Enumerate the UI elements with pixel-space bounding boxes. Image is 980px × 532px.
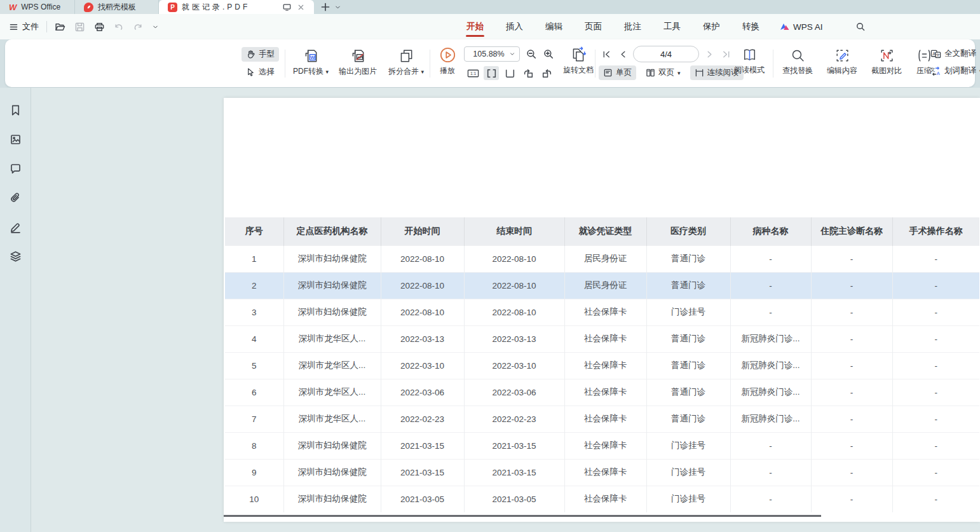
undo-redo-chevron-icon[interactable]: [152, 24, 159, 31]
split-merge-button[interactable]: 拆分合并 ▾: [384, 48, 428, 77]
table-cell: 5: [225, 352, 283, 379]
table-cell: 新冠肺炎门诊...: [730, 325, 811, 352]
print-icon[interactable]: [94, 22, 105, 32]
tab-page[interactable]: 页面: [583, 14, 604, 39]
split-merge-icon: [398, 48, 414, 64]
select-tool-label: 选择: [259, 67, 275, 78]
close-tab-icon[interactable]: [297, 3, 305, 11]
hand-tool-button[interactable]: 手型: [242, 47, 279, 62]
pdf-view-area[interactable]: 序号 定点医药机构名称 开始时间 结束时间 就诊凭证类型 医疗类别 病种名称 住…: [31, 88, 980, 532]
signature-panel-button[interactable]: [7, 219, 24, 235]
cursor-icon: [246, 67, 255, 77]
undo-icon[interactable]: [114, 22, 124, 32]
embedded-horizontal-scrollbar[interactable]: [224, 515, 821, 517]
tab-wps-ai[interactable]: WPS AI: [780, 14, 823, 39]
fit-width-button[interactable]: [484, 66, 499, 80]
table-cell: -: [892, 459, 979, 486]
file-menu-button[interactable]: 文件: [9, 21, 39, 32]
tab-docer-templates[interactable]: 找稻壳模板: [75, 0, 159, 14]
new-tab-button[interactable]: [320, 2, 330, 12]
table-cell: 7: [225, 406, 283, 432]
table-cell: 普通门诊: [646, 325, 730, 352]
next-page-button[interactable]: [703, 47, 716, 61]
zoom-in-button[interactable]: [543, 48, 554, 60]
menu-search-icon[interactable]: [855, 14, 866, 39]
full-translate-button[interactable]: A 文 全文翻译: [928, 48, 980, 60]
screenshot-compare-button[interactable]: 截图对比: [867, 48, 906, 76]
divider: [773, 50, 773, 78]
table-row: 7深圳市龙华区人...2022-02-232022-02-23社会保障卡普通门诊…: [225, 406, 979, 432]
bookmarks-panel-button[interactable]: [7, 102, 24, 118]
table-cell: -: [892, 352, 979, 379]
find-replace-button[interactable]: 查找替换: [778, 48, 817, 76]
tab-document[interactable]: P 就医记录.PDF: [159, 0, 314, 14]
attachments-panel-button[interactable]: [7, 189, 24, 206]
word-translate-label: 划词翻译: [944, 65, 976, 76]
table-row: 3深圳市妇幼保健院2022-08-102022-08-10社会保障卡门诊挂号--…: [225, 299, 979, 325]
pdf-convert-button[interactable]: W PDF转换 ▾: [290, 48, 332, 77]
tab-wps-home[interactable]: W WPS Office: [0, 0, 75, 14]
table-cell: -: [730, 299, 811, 325]
tab-comment[interactable]: 批注: [622, 14, 643, 39]
open-file-icon[interactable]: [55, 22, 65, 32]
table-cell: -: [811, 432, 892, 459]
table-cell: 社会保障卡: [564, 352, 646, 379]
word-translate-button[interactable]: 文 A 划词翻译 ▾: [928, 65, 980, 77]
rotate-right-button[interactable]: [539, 66, 554, 80]
first-page-button[interactable]: [600, 47, 613, 61]
save-icon[interactable]: [74, 22, 85, 32]
zoom-level-value: 105.88%: [472, 50, 505, 58]
rotate-document-button[interactable]: 旋转文档: [561, 46, 596, 76]
tab-convert[interactable]: 转换: [740, 14, 761, 39]
table-cell: 10: [225, 486, 283, 512]
wps-ai-label: WPS AI: [793, 22, 823, 32]
tab-protect[interactable]: 保护: [701, 14, 722, 39]
table-cell: 2022-08-10: [381, 245, 464, 272]
table-row: 1深圳市妇幼保健院2022-08-102022-08-10居民身份证普通门诊--…: [225, 245, 979, 272]
screen-share-icon[interactable]: [282, 3, 292, 11]
menu-bar: 文件: [0, 14, 980, 39]
table-cell: 2021-03-05: [464, 486, 564, 512]
play-button[interactable]: 播放: [435, 46, 460, 76]
tab-list-chevron-icon[interactable]: [334, 4, 341, 11]
table-cell: 2022-03-06: [464, 379, 564, 406]
table-cell: 新冠肺炎门诊...: [730, 352, 811, 379]
table-cell: 普通门诊: [646, 379, 730, 406]
single-page-button[interactable]: 单页: [599, 65, 636, 80]
edit-content-button[interactable]: 编辑内容: [822, 48, 862, 76]
thumbnails-panel-button[interactable]: [7, 131, 24, 147]
previous-page-button[interactable]: [616, 47, 629, 61]
double-page-button[interactable]: 双页 ▾: [641, 65, 685, 80]
zoom-level-dropdown[interactable]: 105.88%: [464, 46, 520, 62]
export-image-icon: [350, 48, 366, 64]
tab-insert[interactable]: 插入: [504, 14, 525, 39]
redo-icon[interactable]: [133, 22, 143, 32]
hamburger-icon: [9, 22, 18, 32]
fit-page-button[interactable]: [502, 66, 517, 80]
comments-panel-button[interactable]: [7, 160, 24, 177]
tab-document-label: 就医记录.PDF: [182, 2, 278, 13]
actual-size-button[interactable]: 1:1: [465, 66, 480, 80]
table-cell: 2022-03-13: [464, 325, 564, 352]
zoom-out-button[interactable]: [526, 48, 537, 60]
tab-edit[interactable]: 编辑: [543, 14, 564, 39]
read-mode-button[interactable]: 阅读模式: [731, 47, 768, 76]
table-cell: 深圳市妇幼保健院: [283, 459, 381, 486]
export-image-button[interactable]: 输出为图片: [334, 48, 381, 77]
layers-panel-button[interactable]: [7, 248, 24, 264]
column-header: 手术操作名称: [892, 217, 979, 245]
rotate-left-button[interactable]: [521, 66, 536, 80]
last-page-button[interactable]: [719, 47, 732, 61]
svg-text:A: A: [937, 70, 941, 76]
page-number-input[interactable]: [633, 46, 699, 62]
tab-tools[interactable]: 工具: [662, 14, 683, 39]
wps-pdf-window: W WPS Office 找稻壳模板 P 就医记录.PDF: [0, 0, 980, 532]
hand-tool-label: 手型: [259, 49, 275, 60]
tab-home[interactable]: 开始: [465, 14, 486, 39]
left-panel-strip: [0, 88, 31, 532]
select-tool-button[interactable]: 选择: [242, 65, 279, 79]
column-header: 定点医药机构名称: [283, 217, 381, 245]
table-cell: -: [892, 299, 979, 325]
table-cell: 2022-08-10: [464, 299, 564, 325]
table-cell: 2022-08-10: [381, 299, 464, 325]
